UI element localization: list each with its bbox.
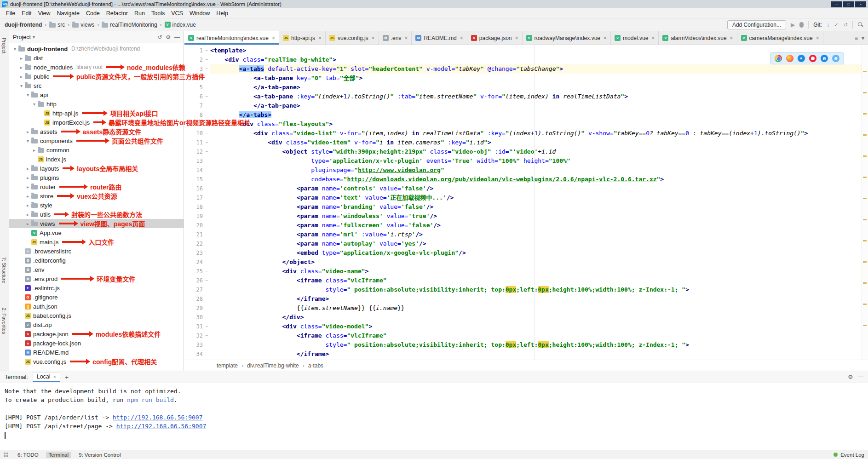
refresh-icon[interactable]: ↺ bbox=[157, 34, 162, 40]
event-log-button[interactable]: Event Log bbox=[840, 452, 864, 458]
gutter-line-number[interactable]: 28 bbox=[184, 294, 203, 304]
tree-row[interactable]: JSbabel.config.js bbox=[9, 311, 184, 320]
code-text[interactable]: <div class="video-model"> bbox=[210, 322, 868, 331]
tree-row[interactable]: Zdist.zip bbox=[9, 320, 184, 329]
gutter-line-number[interactable]: 12 bbox=[184, 147, 203, 156]
statusbar-item[interactable]: 9: Version Control bbox=[76, 452, 123, 458]
editor-tab[interactable]: VrealTimeMonitoring\index.vue× bbox=[184, 31, 279, 45]
code-text[interactable]: <a-tabs default-active-key="1" slot="hea… bbox=[210, 64, 868, 74]
new-terminal-tab-button[interactable]: + bbox=[65, 373, 69, 381]
gutter-line-number[interactable]: 18 bbox=[184, 202, 203, 212]
gutter-line-number[interactable]: 21 bbox=[184, 230, 203, 239]
gutter-line-number[interactable]: 33 bbox=[184, 340, 203, 350]
editor-tab[interactable]: Vmodel.vue× bbox=[611, 31, 659, 45]
gutter-line-number[interactable]: 29 bbox=[184, 304, 203, 313]
tree-row[interactable]: npackage.jsonmodules依赖描述文件 bbox=[9, 329, 184, 339]
chevron-right-icon[interactable]: ▸ bbox=[25, 184, 31, 189]
chevron-right-icon[interactable]: ▸ bbox=[25, 129, 31, 134]
editor-tab[interactable]: MREADME.md× bbox=[412, 31, 467, 45]
editor-breadcrumb-item[interactable]: div.realTime.bg-white bbox=[247, 362, 299, 369]
tree-row[interactable]: ▸layoutslayouts全局布局相关 bbox=[9, 164, 184, 173]
menu-edit[interactable]: Edit bbox=[18, 9, 35, 17]
gutter-line-number[interactable]: 34 bbox=[184, 350, 203, 359]
chevron-right-icon[interactable]: ▸ bbox=[25, 194, 31, 199]
fold-marker-icon[interactable]: − bbox=[203, 267, 210, 276]
menu-view[interactable]: View bbox=[35, 9, 54, 17]
gutter-line-number[interactable]: 11 bbox=[184, 138, 203, 147]
gutter-line-number[interactable]: 6 bbox=[184, 92, 203, 101]
code-text[interactable]: <param name='branding' value='false'/> bbox=[210, 202, 868, 212]
safari-browser-icon[interactable] bbox=[798, 55, 805, 62]
code-text[interactable]: </a-tab-pane> bbox=[210, 83, 868, 92]
gutter-line-number[interactable]: 22 bbox=[184, 239, 203, 248]
tree-row[interactable]: VApp.vue bbox=[9, 228, 184, 237]
tree-row[interactable]: ▸publicpublic资源文件夹，一般放引用的第三方插件 bbox=[9, 72, 184, 81]
tree-row[interactable]: ▾api bbox=[9, 90, 184, 99]
editor-tab[interactable]: VroadwayManage\index.vue× bbox=[523, 31, 611, 45]
tree-row[interactable]: E.eslintrc.js bbox=[9, 283, 184, 293]
menu-refactor[interactable]: Refactor bbox=[103, 9, 131, 17]
code-text[interactable]: <div class="video-item" v-for="i in item… bbox=[210, 138, 868, 147]
editor-tab[interactable]: npackage.json× bbox=[467, 31, 523, 45]
code-text[interactable]: <iframe class="vlcIframe" bbox=[210, 276, 868, 285]
search-everywhere-icon[interactable] bbox=[857, 22, 863, 28]
tree-row[interactable]: ▸common bbox=[9, 145, 184, 155]
menu-run[interactable]: Run bbox=[131, 9, 148, 17]
project-panel-title[interactable]: Project bbox=[13, 34, 31, 40]
add-configuration-button[interactable]: Add Configuration... bbox=[727, 20, 786, 29]
terminal-link[interactable]: http://192.168.66.56:9007 bbox=[113, 414, 203, 421]
tree-row[interactable]: JSmain.js入口文件 bbox=[9, 237, 184, 247]
close-tab-icon[interactable]: × bbox=[604, 35, 607, 41]
code-text[interactable]: <param name='controls' value='false'/> bbox=[210, 184, 868, 193]
gutter-line-number[interactable]: 5 bbox=[184, 83, 203, 92]
tree-row[interactable]: ⚙.env.prod环境变量文件 bbox=[9, 274, 184, 283]
close-tab-icon[interactable]: × bbox=[372, 35, 375, 41]
hide-panel-icon[interactable]: — bbox=[174, 34, 180, 40]
tree-row[interactable]: ▸dist bbox=[9, 53, 184, 63]
close-tab-icon[interactable]: × bbox=[404, 35, 408, 41]
gutter-line-number[interactable]: 27 bbox=[184, 285, 203, 294]
fold-marker-icon[interactable]: − bbox=[203, 92, 210, 101]
fold-marker-icon[interactable]: − bbox=[203, 331, 210, 340]
tree-row[interactable]: ▸node_moduleslibrary rootnode_modules依赖 bbox=[9, 63, 184, 72]
close-button[interactable]: × bbox=[855, 1, 866, 7]
tree-row[interactable]: ▸utils封装的一些公共函数方法 bbox=[9, 210, 184, 219]
fold-marker-icon[interactable]: − bbox=[203, 322, 210, 331]
chrome-browser-icon[interactable] bbox=[775, 55, 782, 62]
gutter-line-number[interactable]: 25 bbox=[184, 267, 203, 276]
tree-row[interactable]: ⚙.env bbox=[9, 265, 184, 274]
code-text[interactable]: {{item.streetName}} {{i.name}} bbox=[210, 304, 868, 313]
code-text[interactable]: type='application/x-vlc-plugin' events='… bbox=[210, 156, 868, 166]
firefox-browser-icon[interactable] bbox=[786, 55, 793, 62]
editor-tab[interactable]: ValarmVideos\index.vue× bbox=[659, 31, 737, 45]
close-tab-icon[interactable]: × bbox=[651, 35, 655, 41]
fold-marker-icon[interactable]: − bbox=[203, 55, 210, 64]
code-text[interactable]: <param name='text' value='正在加载视频中...'/> bbox=[210, 193, 868, 202]
gutter-line-number[interactable]: 20 bbox=[184, 221, 203, 230]
chevron-down-icon[interactable]: ▾ bbox=[25, 138, 31, 143]
editor-tab[interactable]: JShttp-api.js× bbox=[279, 31, 326, 45]
fold-marker-icon[interactable]: − bbox=[203, 129, 210, 138]
tree-row[interactable]: JSimportExcel.js暴露环境变量地址给图片or视频资源路径变量相关 bbox=[9, 118, 184, 127]
git-rollback-icon[interactable]: ↺ bbox=[843, 22, 848, 28]
tree-row[interactable]: ▸style bbox=[9, 201, 184, 210]
editor-breadcrumb-item[interactable]: a-tabs bbox=[308, 362, 323, 369]
tree-row[interactable]: ▸assetsassets静态资源文件 bbox=[9, 127, 184, 136]
tree-row[interactable]: ▸routerrouter路由 bbox=[9, 182, 184, 191]
chevron-right-icon[interactable]: ▸ bbox=[31, 148, 37, 153]
gutter-line-number[interactable]: 30 bbox=[184, 313, 203, 322]
fold-marker-icon[interactable]: − bbox=[203, 147, 210, 156]
code-text[interactable]: codebase="http://downloads.videolan.org/… bbox=[210, 175, 868, 184]
tool-window-favorites-button[interactable]: 2: Favorites bbox=[1, 308, 7, 334]
chevron-right-icon[interactable]: ▸ bbox=[25, 175, 31, 180]
chevron-down-icon[interactable]: ▾ bbox=[25, 92, 31, 98]
code-text[interactable]: </a-tab-pane> bbox=[210, 101, 868, 110]
code-text[interactable]: style=" position:absolute;visibility:inh… bbox=[210, 285, 868, 294]
statusbar-item[interactable]: 6: TODO bbox=[15, 452, 41, 458]
error-stripe[interactable] bbox=[862, 45, 868, 360]
code-text[interactable]: </object> bbox=[210, 258, 868, 267]
tree-row[interactable]: ▾duoji-frontendD:\zheheWeb\duoji-fronten… bbox=[9, 44, 184, 53]
chevron-right-icon[interactable]: ▸ bbox=[25, 221, 31, 226]
close-tab-icon[interactable]: × bbox=[272, 35, 275, 41]
code-text[interactable]: <iframe class="vlcIframe" bbox=[210, 331, 868, 340]
